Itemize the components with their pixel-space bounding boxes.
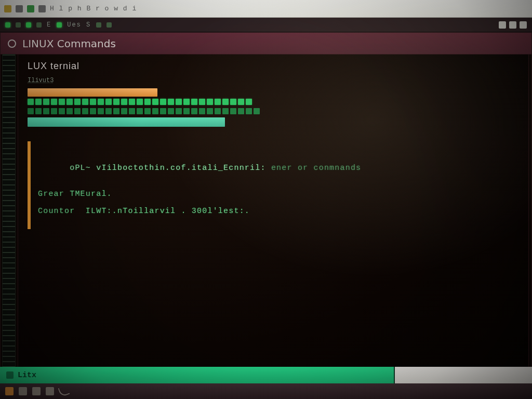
status-led-icon	[36, 22, 42, 28]
panel-small-label: Ilivut3	[28, 77, 54, 84]
url-hint-text: H l p h B r o w d i	[50, 5, 137, 12]
toolbar-segment-b: Ues S	[67, 21, 91, 29]
terminal-line: Grear TMEural.	[38, 190, 512, 198]
status-bar-active[interactable]: Litx	[0, 367, 394, 383]
taskbar-app-icon[interactable]	[5, 387, 14, 395]
status-led-icon	[96, 22, 101, 28]
status-label: Litx	[18, 371, 36, 380]
progress-bar-teal	[28, 117, 225, 127]
activity-row	[28, 99, 519, 106]
window-control-icon[interactable]	[16, 5, 23, 12]
close-button[interactable]	[520, 21, 527, 29]
progress-bar-orange	[28, 88, 157, 97]
status-led-icon	[26, 22, 31, 28]
terminal-titlebar[interactable]: LINUX Commands	[1, 33, 531, 55]
app-circle-icon	[8, 39, 16, 48]
desktop-taskbar[interactable]	[0, 383, 532, 399]
taskbar-app-icon[interactable]	[19, 387, 27, 395]
line-number-gutter	[2, 54, 16, 383]
activity-row-dim	[28, 108, 519, 115]
browser-chrome-bar: H l p h B r o w d i	[0, 0, 532, 18]
undo-icon[interactable]	[58, 385, 70, 397]
taskbar-app-icon[interactable]	[32, 387, 41, 395]
status-bar: Litx	[0, 367, 532, 383]
terminal-line: Countor ILWT:.nToillarvil . 300l'lest:.	[38, 207, 512, 216]
window-title: LINUX Commands	[22, 37, 116, 50]
status-led-icon	[107, 22, 112, 28]
terminal-line: oPL~ vIilboctothin.cof.itali_Ecnnril: en…	[38, 155, 512, 181]
terminal-body[interactable]: LUX ternial Ilivut3 oPL~ vIilboctothin.c…	[18, 54, 529, 382]
status-led-icon	[16, 22, 21, 28]
toolbar-icon[interactable]	[38, 5, 46, 12]
taskbar-app-icon[interactable]	[46, 387, 54, 395]
secondary-toolbar: E Ues S	[0, 18, 532, 32]
status-led-icon	[57, 22, 62, 28]
status-glyph-icon	[6, 371, 14, 379]
maximize-button[interactable]	[509, 21, 516, 29]
status-bar-inactive	[394, 367, 532, 383]
window-buttons	[499, 21, 527, 29]
minimize-button[interactable]	[499, 21, 506, 29]
status-led-icon	[5, 22, 10, 28]
window-control-icon[interactable]	[4, 5, 11, 12]
toolbar-segment-a: E	[47, 21, 51, 29]
window-control-icon[interactable]	[27, 5, 34, 12]
panel-subheader: LUX ternial	[28, 61, 519, 72]
terminal-output-block: oPL~ vIilboctothin.cof.itali_Ecnnril: en…	[28, 141, 519, 229]
